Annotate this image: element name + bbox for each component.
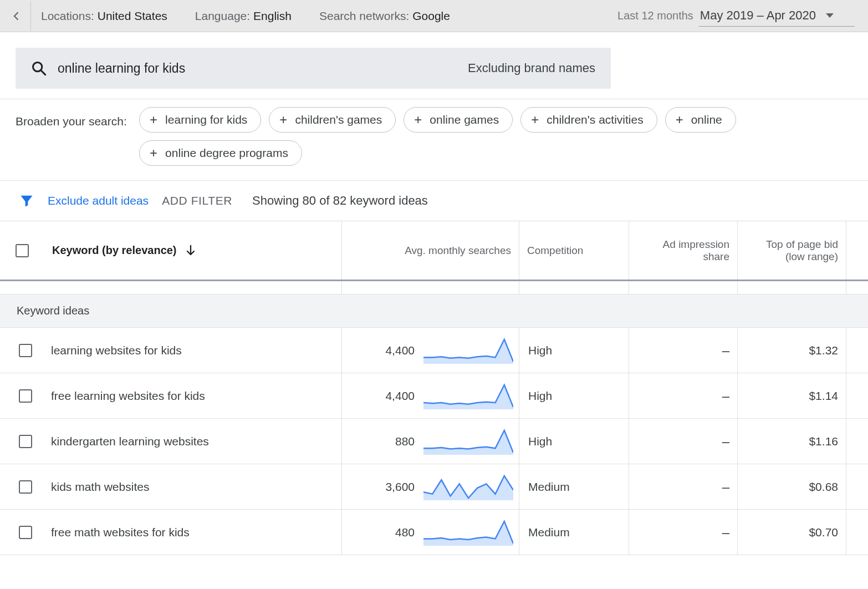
table-row[interactable]: free learning websites for kids4,400High… [0, 373, 868, 419]
trailing-cell [846, 464, 868, 509]
add-filter-button[interactable]: ADD FILTER [162, 194, 232, 207]
competition-cell: High [528, 344, 552, 357]
table-header-row: Keyword (by relevance) Avg. monthly sear… [0, 221, 868, 281]
avg-searches-cell: 4,400 [375, 344, 415, 357]
trailing-cell [846, 419, 868, 464]
trend-sparkline [423, 383, 513, 409]
col-header-competition[interactable]: Competition [519, 221, 629, 280]
ad-impression-share-cell: – [722, 388, 729, 404]
row-checkbox[interactable] [19, 480, 32, 494]
col-header-avg-searches[interactable]: Avg. monthly searches [341, 221, 519, 280]
svg-marker-3 [423, 385, 513, 409]
exclude-adult-ideas-link[interactable]: Exclude adult ideas [48, 194, 149, 207]
filter-locations-label: Locations: [41, 9, 94, 23]
col-header-bid-low[interactable]: Top of page bid (low range) [737, 221, 846, 280]
table-row[interactable]: kids math websites3,600Medium–$0.68 [0, 464, 868, 510]
ad-impression-share-cell: – [722, 343, 729, 358]
row-checkbox[interactable] [19, 526, 32, 539]
broaden-search-section: Broaden your search: +learning for kids+… [0, 99, 868, 181]
keyword-cell: free math websites for kids [51, 526, 190, 539]
broaden-chip-label: learning for kids [165, 113, 247, 126]
keyword-ideas-group-header: Keyword ideas [0, 294, 868, 328]
competition-cell: Medium [528, 480, 570, 494]
col-header-keyword[interactable]: Keyword (by relevance) [0, 221, 341, 280]
competition-cell: High [528, 389, 552, 403]
keyword-search-input[interactable]: online learning for kids Excluding brand… [16, 48, 611, 89]
broaden-chip-label: children's games [295, 113, 382, 126]
broaden-chip[interactable]: +online degree programs [139, 140, 302, 166]
broaden-chip[interactable]: +learning for kids [139, 107, 261, 133]
broaden-chip[interactable]: +children's activities [520, 107, 657, 133]
bid-low-cell: $1.14 [809, 389, 838, 403]
ad-impression-share-cell: – [722, 434, 729, 449]
search-section: online learning for kids Excluding brand… [0, 32, 868, 99]
keyword-ideas-table: Keyword (by relevance) Avg. monthly sear… [0, 221, 868, 555]
broaden-chip-label: children's activities [547, 113, 643, 126]
trend-sparkline [423, 337, 513, 364]
filter-icon[interactable] [19, 193, 34, 209]
keyword-cell: free learning websites for kids [51, 389, 205, 403]
keyword-cell: kindergarten learning websites [51, 435, 209, 448]
trend-sparkline [423, 474, 513, 500]
broaden-chip-label: online games [430, 113, 499, 126]
date-range-value: May 2019 – Apr 2020 [700, 8, 816, 23]
row-checkbox[interactable] [19, 389, 32, 403]
filter-language-value: English [253, 9, 292, 23]
avg-searches-cell: 3,600 [375, 480, 415, 494]
svg-marker-2 [423, 339, 513, 364]
search-query: online learning for kids [58, 61, 457, 76]
plus-icon: + [150, 145, 157, 161]
broaden-chip-label: online degree programs [165, 146, 288, 160]
plus-icon: + [414, 112, 422, 128]
avg-searches-cell: 480 [375, 526, 415, 539]
avg-searches-cell: 880 [375, 435, 415, 448]
bid-low-cell: $1.16 [809, 435, 838, 448]
filter-networks-value: Google [412, 9, 450, 23]
filter-language[interactable]: Language: English [193, 6, 294, 26]
ad-impression-share-cell: – [722, 479, 729, 495]
svg-marker-4 [423, 430, 513, 455]
row-checkbox[interactable] [19, 435, 32, 448]
date-range-preset: Last 12 months [617, 9, 693, 22]
row-checkbox[interactable] [19, 344, 32, 357]
trailing-cell [846, 510, 868, 555]
broaden-chip[interactable]: +online [665, 107, 736, 133]
filter-locations[interactable]: Locations: United States [39, 6, 170, 26]
table-row[interactable]: learning websites for kids4,400High–$1.3… [0, 328, 868, 373]
trend-sparkline [423, 519, 513, 546]
filter-locations-value: United States [98, 9, 167, 23]
svg-marker-6 [423, 521, 513, 546]
svg-line-1 [41, 70, 45, 75]
col-header-ad-impression-share[interactable]: Ad impression share [629, 221, 737, 280]
ad-impression-share-cell: – [722, 525, 729, 540]
plus-icon: + [531, 112, 539, 128]
trend-sparkline [423, 428, 513, 455]
filter-language-label: Language: [195, 9, 250, 23]
competition-cell: High [528, 435, 552, 448]
filter-search-networks[interactable]: Search networks: Google [317, 6, 452, 26]
table-row[interactable]: kindergarten learning websites880High–$1… [0, 419, 868, 464]
plus-icon: + [150, 112, 157, 128]
col-header-trailing [846, 221, 868, 280]
table-row[interactable]: free math websites for kids480Medium–$0.… [0, 510, 868, 555]
broaden-search-label: Broaden your search: [16, 107, 139, 130]
top-filter-bar: Locations: United States Language: Engli… [0, 0, 868, 32]
competition-cell: Medium [528, 526, 570, 539]
plus-icon: + [279, 112, 287, 128]
select-all-checkbox[interactable] [16, 244, 29, 257]
keyword-cell: kids math websites [51, 480, 149, 494]
bid-low-cell: $1.32 [809, 344, 838, 357]
back-button[interactable] [2, 1, 31, 31]
broaden-chip[interactable]: +children's games [269, 107, 396, 133]
chevron-down-icon [826, 13, 834, 18]
filter-date-range[interactable]: Last 12 months May 2019 – Apr 2020 [617, 5, 868, 27]
plus-icon: + [676, 112, 683, 128]
broaden-chip[interactable]: +online games [404, 107, 513, 133]
avg-searches-cell: 4,400 [375, 389, 415, 403]
bid-low-cell: $0.68 [809, 480, 838, 494]
search-excluding: Excluding brand names [468, 61, 595, 75]
broaden-chip-label: online [691, 113, 722, 126]
chevron-left-icon [11, 11, 22, 22]
spacer-row [0, 281, 868, 294]
trailing-cell [846, 328, 868, 373]
